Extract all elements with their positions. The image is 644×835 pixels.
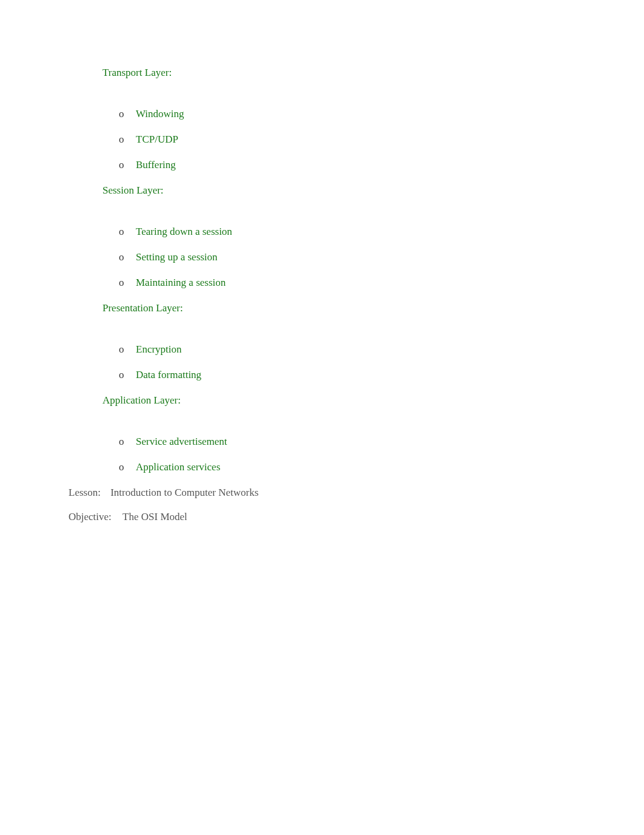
- lesson-value: Introduction to Computer Networks: [110, 487, 258, 499]
- sub-bullet-icon: o: [119, 277, 136, 289]
- sub-item-text: Buffering: [136, 159, 176, 171]
- sub-bullet-icon: o: [119, 369, 136, 381]
- sub-item-text: Encryption: [136, 343, 182, 356]
- list-item: o Tearing down a session: [69, 226, 608, 238]
- sub-list: o Windowing o TCP/UDP o Buffering: [69, 108, 608, 171]
- sub-item-text: Data formatting: [136, 369, 201, 381]
- layer-header: Transport Layer:: [69, 67, 608, 79]
- lesson-label: Lesson:: [69, 487, 101, 499]
- sub-list: o Tearing down a session o Setting up a …: [69, 226, 608, 289]
- sub-item-text: Service advertisement: [136, 436, 227, 448]
- list-item: o Data formatting: [69, 369, 608, 381]
- list-item: o Buffering: [69, 159, 608, 171]
- list-item: o Encryption: [69, 343, 608, 356]
- layer-title: Application Layer:: [102, 394, 181, 407]
- sub-list: o Service advertisement o Application se…: [69, 436, 608, 473]
- sub-item-text: Application services: [136, 461, 220, 473]
- sub-bullet-icon: o: [119, 108, 136, 120]
- sub-item-text: Maintaining a session: [136, 277, 226, 289]
- list-item: o TCP/UDP: [69, 134, 608, 146]
- layer-title: Transport Layer:: [102, 67, 172, 79]
- sub-item-text: Tearing down a session: [136, 226, 232, 238]
- sub-list: o Encryption o Data formatting: [69, 343, 608, 381]
- layer-section-application: Application Layer: o Service advertiseme…: [69, 394, 608, 473]
- list-item: o Setting up a session: [69, 251, 608, 263]
- layer-section-transport: Transport Layer: o Windowing o TCP/UDP o…: [69, 67, 608, 171]
- objective-line: Objective: The OSI Model: [69, 511, 608, 523]
- layer-header: Application Layer:: [69, 394, 608, 407]
- list-item: o Maintaining a session: [69, 277, 608, 289]
- sub-item-text: TCP/UDP: [136, 134, 178, 146]
- sub-bullet-icon: o: [119, 436, 136, 448]
- sub-bullet-icon: o: [119, 251, 136, 263]
- sub-bullet-icon: o: [119, 226, 136, 238]
- layer-header: Presentation Layer:: [69, 302, 608, 314]
- sub-item-text: Windowing: [136, 108, 184, 120]
- list-item: o Application services: [69, 461, 608, 473]
- sub-bullet-icon: o: [119, 343, 136, 356]
- lesson-line: Lesson: Introduction to Computer Network…: [69, 487, 608, 499]
- layer-title: Presentation Layer:: [102, 302, 183, 314]
- sub-bullet-icon: o: [119, 461, 136, 473]
- list-item: o Windowing: [69, 108, 608, 120]
- layer-title: Session Layer:: [102, 184, 164, 197]
- list-item: o Service advertisement: [69, 436, 608, 448]
- objective-value: The OSI Model: [122, 511, 187, 523]
- sub-bullet-icon: o: [119, 134, 136, 146]
- layer-section-presentation: Presentation Layer: o Encryption o Data …: [69, 302, 608, 381]
- sub-bullet-icon: o: [119, 159, 136, 171]
- sub-item-text: Setting up a session: [136, 251, 218, 263]
- layer-header: Session Layer:: [69, 184, 608, 197]
- objective-label: Objective:: [69, 511, 112, 523]
- layer-section-session: Session Layer: o Tearing down a session …: [69, 184, 608, 289]
